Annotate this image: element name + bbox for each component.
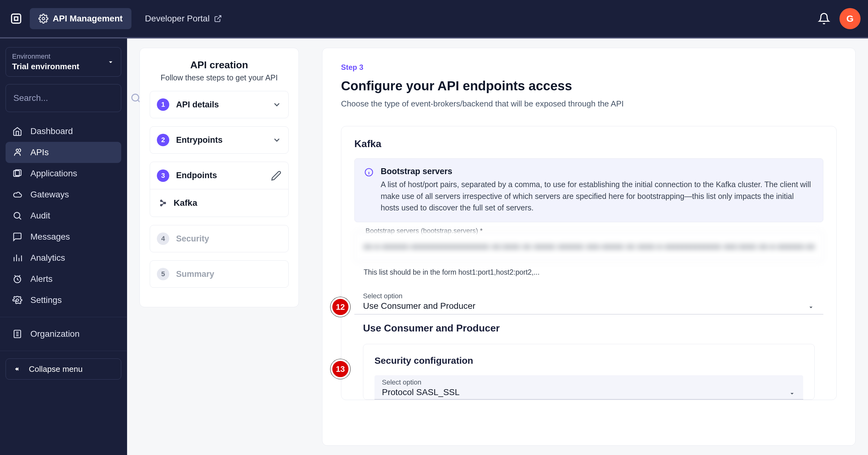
content-title: Configure your API endpoints access: [341, 79, 837, 93]
sidebar-item-dashboard[interactable]: Dashboard: [6, 121, 121, 142]
step-label: Entrypoints: [176, 135, 266, 145]
step-label: Summary: [176, 269, 281, 279]
step-entrypoints[interactable]: 2 Entrypoints: [150, 126, 289, 153]
step-summary[interactable]: 5 Summary: [150, 260, 289, 288]
topbar: API Management Developer Portal G: [0, 0, 868, 38]
search-input[interactable]: [13, 93, 124, 103]
clock-icon: [12, 274, 23, 285]
bootstrap-servers-field: Bootstrap servers (bootstrap.servers) *: [354, 231, 824, 262]
security-card: Security configuration Select option Pro…: [363, 344, 815, 400]
step-sub-label: Kafka: [174, 198, 197, 208]
analytics-icon: [12, 252, 23, 263]
gear-icon: [38, 13, 49, 24]
nav-api-management[interactable]: API Management: [30, 8, 131, 29]
collapse-menu-button[interactable]: Collapse menu: [6, 359, 121, 379]
chevron-down-icon: [106, 58, 115, 66]
stepper-header: API creation Follow these steps to get y…: [150, 59, 289, 82]
annotation-badge-13: 13: [331, 359, 350, 379]
chevron-down-icon: [272, 135, 281, 145]
kafka-icon: [159, 199, 167, 207]
sidebar-item-messages[interactable]: Messages: [6, 226, 121, 247]
kafka-section: 12 13 Kafka Bootstrap servers A list of …: [341, 126, 837, 400]
nav-developer-portal[interactable]: Developer Portal: [136, 8, 231, 29]
step-number: 1: [157, 98, 169, 111]
sidebar-item-audit[interactable]: Audit: [6, 205, 121, 226]
apis-icon: [12, 147, 23, 158]
input-helper: This list should be in the form host1:po…: [364, 268, 824, 277]
step-number: 5: [157, 268, 169, 280]
protocol-select[interactable]: Select option Protocol SASL_SSL: [374, 375, 803, 399]
stepper-card: API creation Follow these steps to get y…: [140, 48, 299, 307]
env-label: Environment: [12, 53, 80, 60]
kafka-heading: Kafka: [354, 138, 824, 150]
annotation-badge-12: 12: [331, 297, 350, 317]
avatar-initial: G: [839, 8, 861, 29]
step-endpoints-sub[interactable]: Kafka: [150, 189, 288, 217]
sidebar-label: APIs: [30, 147, 49, 158]
search-input-wrapper[interactable]: [6, 84, 121, 112]
sidebar-item-alerts[interactable]: Alerts: [6, 268, 121, 290]
step-number: 4: [157, 232, 169, 245]
sidebar-item-organization[interactable]: Organization: [6, 323, 121, 344]
collapse-label: Collapse menu: [29, 364, 83, 374]
sidebar-label: Messages: [30, 232, 70, 242]
security-heading: Security configuration: [374, 356, 803, 366]
bell-icon: [818, 12, 830, 25]
step-label: Endpoints: [176, 171, 264, 180]
main-content: API creation Follow these steps to get y…: [127, 38, 868, 455]
svg-point-12: [164, 202, 166, 204]
select-value: Protocol SASL_SSL: [382, 387, 460, 397]
consumer-producer-heading: Use Consumer and Producer: [363, 322, 824, 334]
sidebar-item-settings[interactable]: Settings: [6, 290, 121, 311]
external-link-icon: [214, 15, 222, 23]
sidebar-item-gateways[interactable]: Gateways: [6, 184, 121, 205]
messages-icon: [12, 231, 23, 243]
chevron-down-icon: [807, 304, 815, 311]
bootstrap-servers-input[interactable]: [354, 231, 824, 262]
sidebar-label: Audit: [30, 211, 50, 221]
stepper-title: API creation: [150, 59, 289, 71]
sidebar-label: Settings: [30, 295, 62, 305]
user-avatar[interactable]: G: [839, 8, 861, 29]
sidebar: Environment Trial environment Dashboard …: [0, 38, 127, 455]
content-pane: Step 3 Configure your API endpoints acce…: [322, 48, 856, 446]
logo: [7, 10, 25, 27]
divider: [0, 351, 127, 351]
svg-point-3: [16, 149, 19, 151]
info-desc: A list of host/port pairs, separated by …: [381, 179, 814, 214]
content-subtitle: Choose the type of event-brokers/backend…: [341, 99, 837, 109]
notifications-button[interactable]: [813, 8, 835, 29]
step-security[interactable]: 4 Security: [150, 225, 289, 252]
info-icon: [363, 167, 374, 178]
svg-point-10: [161, 200, 162, 202]
sidebar-item-apis[interactable]: APIs: [6, 142, 121, 163]
sidebar-item-applications[interactable]: Applications: [6, 163, 121, 184]
cloud-icon: [12, 189, 23, 200]
step-endpoints[interactable]: 3 Endpoints: [150, 162, 288, 189]
svg-point-6: [14, 212, 20, 218]
sidebar-label: Analytics: [30, 253, 65, 263]
sidebar-item-analytics[interactable]: Analytics: [6, 247, 121, 268]
step-endpoints-group: 3 Endpoints Kafka: [150, 162, 289, 217]
info-card: Bootstrap servers A list of host/port pa…: [354, 158, 824, 222]
step-label: Security: [176, 234, 281, 244]
select-value: Use Consumer and Producer: [363, 301, 475, 311]
stepper-subtitle: Follow these steps to get your API: [150, 73, 289, 82]
sidebar-label: Dashboard: [30, 126, 73, 136]
step-api-details[interactable]: 1 API details: [150, 91, 289, 118]
svg-point-11: [161, 204, 162, 206]
content-card: Step 3 Configure your API endpoints acce…: [322, 48, 856, 446]
nav-label: Developer Portal: [145, 13, 210, 24]
edit-icon[interactable]: [271, 170, 281, 181]
sidebar-label: Gateways: [30, 190, 69, 200]
step-number: 3: [157, 169, 169, 182]
svg-rect-0: [11, 14, 21, 23]
chevron-down-icon: [272, 100, 281, 109]
consumer-producer-select[interactable]: Select option Use Consumer and Producer: [354, 289, 824, 314]
step-label: API details: [176, 100, 266, 110]
svg-point-8: [16, 299, 19, 302]
gear-icon: [12, 294, 23, 306]
chevron-down-icon: [788, 390, 796, 397]
applications-icon: [12, 168, 23, 179]
environment-selector[interactable]: Environment Trial environment: [6, 47, 121, 77]
